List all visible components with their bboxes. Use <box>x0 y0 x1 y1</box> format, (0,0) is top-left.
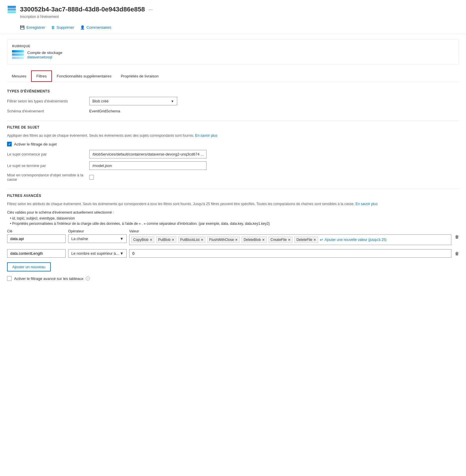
chevron-down-icon: ▼ <box>120 237 124 241</box>
filter2-value-input[interactable] <box>129 249 451 258</box>
case-sensitive-checkbox[interactable] <box>89 175 94 180</box>
add-value-button[interactable]: ↵ Ajouter une nouvelle valeur (jusqu'à 2… <box>320 237 386 243</box>
schema-row: Schéma d'événement EventGridSchema <box>7 109 459 113</box>
filtre-sujet-desc: Appliquer des filtres au sujet de chaque… <box>7 133 459 138</box>
filter1-operator-select[interactable]: La chaîne ▼ <box>68 234 127 243</box>
chevron-down-icon: ▼ <box>120 251 124 256</box>
key-list-item: id, topic, subject, eventtype, dataversi… <box>7 216 459 220</box>
tag-putblocklist-remove[interactable]: ✕ <box>201 238 203 242</box>
storage-icon <box>12 50 24 60</box>
save-button[interactable]: 💾 Enregistrer <box>20 24 45 31</box>
tag-flushwithclose: FlushWithClose ✕ <box>207 237 240 243</box>
tag-createfile-remove[interactable]: ✕ <box>288 238 291 242</box>
keys-intro: Clés valides pour le schéma d'événement … <box>7 210 459 215</box>
rubrique-label: RUBRIQUE <box>12 44 62 48</box>
case-sensitive-label: Mise en correspondance d'objet sensible … <box>7 173 89 182</box>
ends-with-label: Le sujet se termine par <box>7 163 89 168</box>
filter-row-2: Le nombre est supérieur à... ▼ 🗑 <box>7 249 459 258</box>
filter2-delete-icon[interactable]: 🗑 <box>455 251 459 256</box>
tabs: Mesures Filtres Fonctionnalités suppléme… <box>7 70 459 82</box>
starts-with-label: Le sujet commence par <box>7 152 89 156</box>
page-header: 330052b4-3ac7-888d-43d8-0e943d86e858 ···… <box>0 0 466 33</box>
tag-copyblob: CopyBlob ✕ <box>131 237 154 243</box>
filtrage-sujet-checkbox[interactable] <box>7 142 12 146</box>
ends-with-input[interactable] <box>89 161 207 170</box>
schema-value: EventGridSchema <box>89 109 120 113</box>
page-subtitle: Inscription à l'événement <box>20 15 459 19</box>
info-icon[interactable]: i <box>86 276 90 281</box>
page-title: 330052b4-3ac7-888d-43d8-0e943d86e858 <box>20 6 145 13</box>
col-key-label: Clé <box>7 229 66 233</box>
keys-list: id, topic, subject, eventtype, dataversi… <box>7 216 459 226</box>
chevron-down-icon: ▼ <box>171 99 174 103</box>
filtres-avances-link[interactable]: En savoir plus <box>355 202 377 206</box>
filtrage-sujet-label: Activer le filtrage de sujet <box>14 142 57 146</box>
content-area: RUBRIQUE Compte de stockage dataversetos… <box>0 33 466 294</box>
tag-putblob-remove[interactable]: ✕ <box>172 238 174 242</box>
schema-label: Schéma d'événement <box>7 109 89 113</box>
filter2-key-input[interactable] <box>7 249 66 258</box>
filtrage-sujet-checkbox-row: Activer le filtrage de sujet <box>7 142 459 146</box>
tab-filtres[interactable]: Filtres <box>31 70 52 82</box>
tag-putblocklist: PutBlockList ✕ <box>178 237 205 243</box>
advanced-table-checkbox[interactable] <box>7 276 12 281</box>
filter1-key-input[interactable] <box>7 234 66 243</box>
rubrique-card: RUBRIQUE Compte de stockage dataversetos… <box>7 39 459 65</box>
event-types-section: TYPES D'ÉVÉNEMENTS Filtrer selon les typ… <box>7 89 459 113</box>
page-icon <box>7 5 16 14</box>
comments-button[interactable]: 👤 Commentaires <box>80 24 112 31</box>
tag-deletefile-remove[interactable]: ✕ <box>313 238 316 242</box>
toolbar: 💾 Enregistrer 🗑 Supprimer 👤 Commentaires <box>7 22 459 33</box>
filtres-avances-section: FILTRES AVANCÉS Filtrez selon les attrib… <box>7 194 459 281</box>
filter-col-headers: Clé Opérateur Valeur <box>7 229 459 233</box>
add-new-button[interactable]: Ajouter un nouveau <box>7 262 51 271</box>
tag-flushwithclose-remove[interactable]: ✕ <box>235 238 238 242</box>
case-sensitive-row: Mise en correspondance d'objet sensible … <box>7 173 459 182</box>
filter1-delete-icon[interactable]: 🗑 <box>455 234 459 239</box>
col-value-label: Valeur <box>129 229 459 233</box>
delete-button[interactable]: 🗑 Supprimer <box>51 24 74 31</box>
tabs-section: Mesures Filtres Fonctionnalités suppléme… <box>7 70 459 281</box>
filtre-sujet-link[interactable]: En savoir plus <box>195 134 217 138</box>
save-icon: 💾 <box>20 25 25 30</box>
filter2-operator-select[interactable]: Le nombre est supérieur à... ▼ <box>68 249 127 258</box>
filter1-value-area: CopyBlob ✕ PutBlob ✕ PutBlockList ✕ Fl <box>129 234 451 246</box>
ends-with-row: Le sujet se termine par <box>7 161 459 170</box>
starts-with-row: Le sujet commence par <box>7 150 459 158</box>
tab-proprietes[interactable]: Propriétés de livraison <box>116 70 163 82</box>
filtres-avances-title: FILTRES AVANCÉS <box>7 194 459 198</box>
advanced-table-label: Activer le filtrage avancé sur les table… <box>14 276 83 281</box>
tab-fonctionnalites[interactable]: Fonctionnalités supplémentaires <box>52 70 116 82</box>
comments-icon: 👤 <box>80 25 85 30</box>
event-filter-label: Filtrer selon les types d'événements <box>7 99 89 103</box>
starts-with-input[interactable] <box>89 150 207 158</box>
event-types-title: TYPES D'ÉVÉNEMENTS <box>7 89 459 93</box>
tab-mesures[interactable]: Mesures <box>7 70 31 82</box>
storage-type: Compte de stockage <box>27 50 62 55</box>
tag-deleteblob-remove[interactable]: ✕ <box>262 238 265 242</box>
filtre-sujet-section: FILTRE DE SUJET Appliquer des filtres au… <box>7 125 459 182</box>
more-options-icon[interactable]: ··· <box>148 6 153 13</box>
tag-putblob: PutBlob ✕ <box>156 237 176 243</box>
delete-icon: 🗑 <box>51 25 55 30</box>
add-value-icon: ↵ <box>320 237 323 242</box>
storage-link[interactable]: dataversetosql <box>27 55 52 59</box>
tag-createfile: CreateFile ✕ <box>269 237 293 243</box>
key-list-item: Propriétés personnalisées à l'intérieur … <box>7 222 459 226</box>
tag-deleteblob: DeleteBlob ✕ <box>242 237 267 243</box>
col-operator-label: Opérateur <box>68 229 127 233</box>
tag-copyblob-remove[interactable]: ✕ <box>150 238 152 242</box>
svg-rect-2 <box>8 11 16 13</box>
event-filter-row: Filtrer selon les types d'événements Blo… <box>7 97 459 105</box>
advanced-table-row: Activer le filtrage avancé sur les table… <box>7 276 459 281</box>
filter1-tags-container: CopyBlob ✕ PutBlob ✕ PutBlockList ✕ Fl <box>129 234 451 245</box>
tag-deletefile: DeleteFile ✕ <box>294 237 318 243</box>
storage-info: Compte de stockage dataversetosql <box>27 50 62 59</box>
event-type-select[interactable]: Blob créé ▼ <box>89 97 177 105</box>
filtre-sujet-title: FILTRE DE SUJET <box>7 125 459 129</box>
filtres-avances-desc: Filtrez selon les attributs de chaque év… <box>7 201 459 207</box>
filter-row-1: La chaîne ▼ CopyBlob ✕ PutBlob ✕ <box>7 234 459 246</box>
